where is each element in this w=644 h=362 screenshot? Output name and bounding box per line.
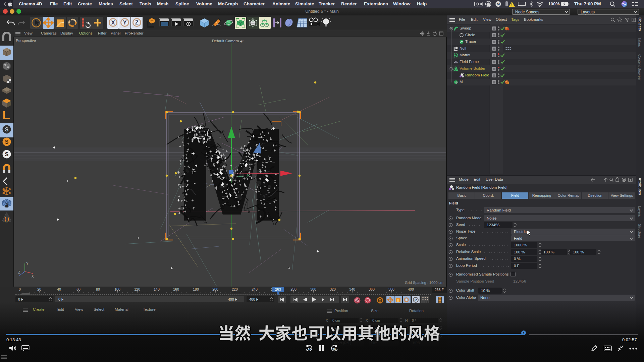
- svg-text:10: 10: [308, 347, 311, 351]
- svg-text:30: 30: [332, 347, 336, 351]
